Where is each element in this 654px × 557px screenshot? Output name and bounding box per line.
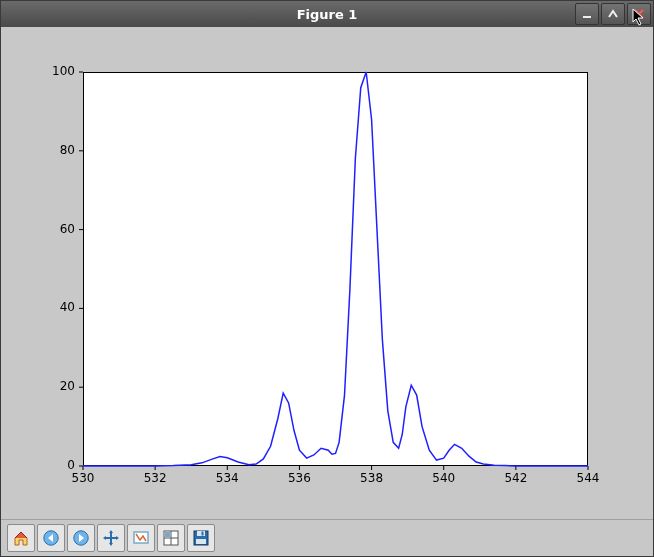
x-tick-label: 538 — [360, 471, 384, 485]
zoom-button[interactable] — [127, 524, 155, 552]
y-tick-label: 100 — [52, 64, 75, 78]
plot-axes — [83, 72, 588, 466]
y-tick-label: 0 — [67, 458, 75, 472]
home-button[interactable] — [7, 524, 35, 552]
close-icon — [633, 8, 645, 20]
svg-rect-25 — [165, 532, 170, 537]
svg-rect-27 — [197, 531, 205, 536]
maximize-button[interactable] — [601, 3, 625, 25]
move-icon — [102, 529, 120, 547]
close-button[interactable] — [627, 3, 651, 25]
window-controls — [575, 3, 651, 25]
figure-canvas[interactable]: 530532534536538540542544020406080100 — [1, 27, 653, 519]
x-tick-label: 530 — [71, 471, 95, 485]
floppy-disk-icon — [192, 529, 210, 547]
x-tick-label: 544 — [576, 471, 600, 485]
y-tick-label: 20 — [60, 379, 75, 393]
figure-window: Figure 1 53053253453653854054 — [0, 0, 654, 557]
x-tick-label: 534 — [215, 471, 239, 485]
matplotlib-toolbar — [1, 519, 653, 556]
subplots-button[interactable] — [157, 524, 185, 552]
home-icon — [12, 529, 30, 547]
y-tick-label: 80 — [60, 143, 75, 157]
forward-button[interactable] — [67, 524, 95, 552]
x-tick-label: 542 — [504, 471, 528, 485]
forward-arrow-icon — [72, 529, 90, 547]
svg-rect-28 — [202, 532, 204, 536]
x-tick-label: 536 — [287, 471, 311, 485]
x-tick-label: 540 — [432, 471, 456, 485]
y-tick-label: 60 — [60, 222, 75, 236]
svg-rect-29 — [196, 539, 206, 544]
pan-button[interactable] — [97, 524, 125, 552]
save-button[interactable] — [187, 524, 215, 552]
maximize-icon — [607, 8, 619, 20]
x-tick-label: 532 — [143, 471, 167, 485]
subplots-icon — [162, 529, 180, 547]
minimize-icon — [581, 8, 593, 20]
back-arrow-icon — [42, 529, 60, 547]
back-button[interactable] — [37, 524, 65, 552]
svg-rect-0 — [583, 16, 591, 18]
window-title: Figure 1 — [1, 7, 653, 22]
minimize-button[interactable] — [575, 3, 599, 25]
zoom-rect-icon — [132, 529, 150, 547]
titlebar: Figure 1 — [1, 1, 653, 27]
y-tick-label: 40 — [60, 300, 75, 314]
